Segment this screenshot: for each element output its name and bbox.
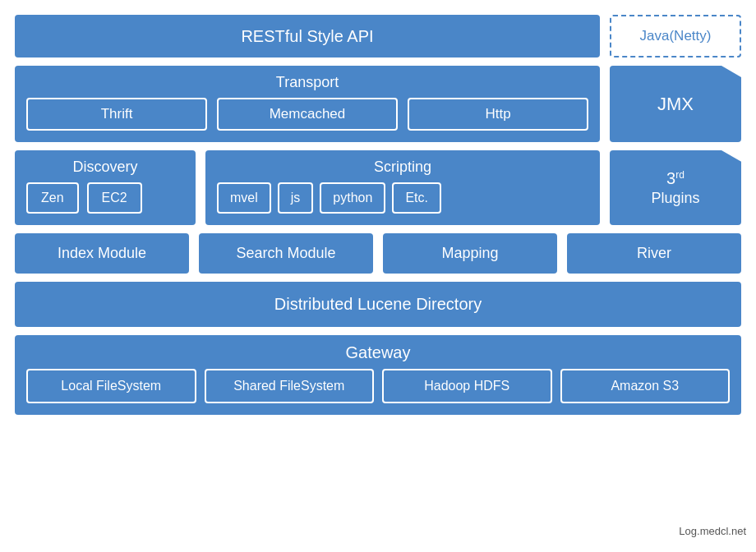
lucene-box: Distributed Lucene Directory [15, 282, 741, 327]
scripting-mvel: mvel [217, 182, 271, 214]
java-netty-box: Java(Netty) [610, 15, 741, 58]
transport-thrift: Thrift [26, 98, 207, 131]
search-module-box: Search Module [199, 233, 373, 274]
scripting-python: python [320, 182, 385, 214]
gateway-s3: Amazon S3 [560, 369, 731, 403]
index-module-box: Index Module [15, 233, 189, 274]
discovery-ec2: EC2 [87, 182, 142, 214]
transport-memcached: Memcached [217, 98, 398, 131]
gateway-container: Gateway Local FileSystem Shared FileSyst… [15, 335, 741, 415]
gateway-hadoop: Hadoop HDFS [382, 369, 552, 403]
transport-container: Transport Thrift Memcached Http [15, 66, 600, 142]
gateway-title: Gateway [26, 343, 730, 362]
discovery-zen: Zen [26, 182, 79, 214]
scripting-container: Scripting mvel js python Etc. [205, 150, 600, 225]
jmx-box: JMX [610, 66, 741, 142]
scripting-js: js [278, 182, 314, 214]
watermark: Log.medcl.net [679, 525, 746, 537]
scripting-title: Scripting [217, 159, 588, 176]
discovery-container: Discovery Zen EC2 [15, 150, 196, 225]
mapping-box: Mapping [383, 233, 557, 274]
scripting-etc: Etc. [392, 182, 441, 214]
river-box: River [567, 233, 741, 274]
plugins-label: 3rd Plugins [651, 168, 699, 209]
jmx-label: JMX [657, 94, 694, 115]
plugins-box: 3rd Plugins [610, 150, 741, 225]
discovery-title: Discovery [26, 159, 184, 176]
lucene-label: Distributed Lucene Directory [274, 295, 482, 314]
java-netty-label: Java(Netty) [640, 28, 712, 44]
transport-title: Transport [26, 74, 588, 91]
restful-api-label: RESTful Style API [241, 27, 373, 46]
transport-http: Http [408, 98, 588, 131]
gateway-shared-fs: Shared FileSystem [205, 369, 375, 403]
gateway-local-fs: Local FileSystem [26, 369, 196, 403]
restful-api-box: RESTful Style API [15, 15, 600, 58]
